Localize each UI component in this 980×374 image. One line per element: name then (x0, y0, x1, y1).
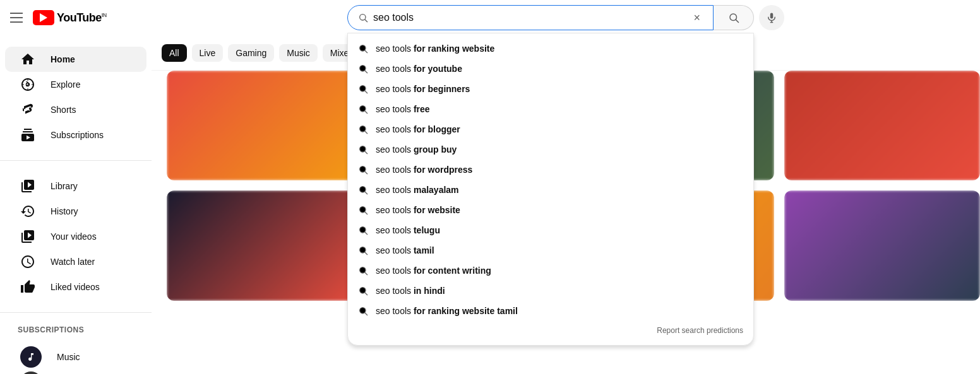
suggestion-5[interactable]: seo tools for blogger (348, 119, 753, 139)
suggestion-search-icon (358, 124, 368, 134)
suggestion-4[interactable]: seo tools free (348, 99, 753, 119)
menu-button[interactable] (10, 13, 23, 23)
svg-line-10 (365, 71, 368, 73)
sidebar-item-library[interactable]: Library (5, 173, 146, 199)
svg-line-26 (365, 232, 368, 235)
sidebar-item-label-home: Home (51, 54, 75, 64)
svg-line-30 (365, 272, 368, 275)
suggestion-text-1: seo tools for ranking website (376, 44, 494, 54)
chip-all[interactable]: All (162, 44, 187, 62)
sidebar-item-explore[interactable]: Explore (5, 72, 146, 97)
sidebar-item-label-watch-later: Watch later (51, 257, 95, 267)
sidebar: Home Explore Shorts (0, 0, 152, 374)
suggestion-9[interactable]: seo tools for website (348, 200, 753, 220)
svg-line-16 (365, 131, 368, 134)
library-icon (20, 178, 35, 194)
sidebar-item-label-your-videos: Your videos (51, 231, 97, 242)
chip-music[interactable]: Music (279, 44, 318, 62)
search-input[interactable] (373, 12, 691, 23)
sidebar-item-history[interactable]: History (5, 199, 146, 224)
report-predictions[interactable]: Report search predictions (348, 321, 753, 340)
watch-later-icon (20, 254, 35, 269)
suggestion-13[interactable]: seo tools in hindi (348, 281, 753, 301)
sidebar-item-shorts[interactable]: Shorts (5, 97, 146, 122)
sidebar-item-label-explore: Explore (51, 79, 80, 90)
suggestion-text-6: seo tools group buy (376, 144, 457, 155)
voice-search-button[interactable] (759, 5, 784, 30)
music-channel-icon (20, 346, 42, 368)
chip-gaming[interactable]: Gaming (228, 44, 274, 62)
clear-button[interactable]: × (691, 9, 703, 27)
video-card-8[interactable] (784, 190, 980, 300)
your-videos-icon (20, 229, 35, 244)
youtube-logo-text: YouTubeIN (57, 11, 107, 25)
sidebar-item-label-liked-videos: Liked videos (51, 282, 100, 292)
chip-live[interactable]: Live (192, 44, 224, 62)
suggestion-text-14: seo tools for ranking website tamil (376, 306, 518, 316)
sidebar-item-subscriptions[interactable]: Subscriptions (5, 122, 146, 148)
suggestion-search-icon (358, 185, 368, 195)
video-card-5[interactable] (167, 190, 362, 300)
sidebar-item-watch-later[interactable]: Watch later (5, 249, 146, 274)
suggestion-search-icon (358, 64, 368, 74)
topbar-center: × (152, 5, 980, 30)
search-container: × (347, 5, 784, 30)
svg-line-12 (365, 91, 368, 93)
suggestion-10[interactable]: seo tools telugu (348, 220, 753, 240)
suggestion-search-icon (358, 225, 368, 235)
suggestion-search-icon (358, 165, 368, 175)
video-card-4[interactable] (784, 71, 980, 180)
sidebar-item-music[interactable]: Music (5, 344, 146, 370)
sidebar-item-label-history: History (51, 206, 78, 216)
suggestion-12[interactable]: seo tools for content writing (348, 260, 753, 281)
country-badge: IN (102, 12, 107, 18)
sidebar-divider-2 (0, 312, 152, 313)
suggestion-14[interactable]: seo tools for ranking website tamil (348, 301, 753, 321)
svg-line-8 (365, 50, 368, 53)
suggestion-search-icon (358, 286, 368, 296)
suggestion-6[interactable]: seo tools group buy (348, 139, 753, 160)
suggestion-11[interactable]: seo tools tamil (348, 240, 753, 260)
suggestion-search-icon (358, 144, 368, 155)
suggestion-search-icon (358, 205, 368, 215)
video-thumb-5 (167, 190, 362, 300)
youtube-logo[interactable]: YouTubeIN (33, 10, 107, 25)
suggestion-text-2: seo tools for youtube (376, 64, 462, 74)
suggestion-text-9: seo tools for website (376, 205, 460, 215)
suggestion-text-11: seo tools tamil (376, 245, 434, 255)
search-submit-button[interactable] (714, 5, 754, 30)
suggestion-text-4: seo tools free (376, 104, 430, 114)
sidebar-item-sports[interactable]: Sports (5, 370, 146, 374)
svg-line-34 (365, 313, 368, 315)
sidebar-item-home[interactable]: Home (5, 47, 146, 72)
suggestion-3[interactable]: seo tools for beginners (348, 79, 753, 99)
suggestion-text-13: seo tools in hindi (376, 286, 445, 296)
suggestion-text-5: seo tools for blogger (376, 124, 460, 134)
subscriptions-icon (20, 127, 35, 143)
sidebar-item-liked-videos[interactable]: Liked videos (5, 274, 146, 300)
video-thumb-8 (784, 190, 980, 300)
suggestion-search-icon (358, 104, 368, 114)
svg-line-3 (736, 20, 738, 22)
suggestion-search-icon (358, 84, 368, 94)
sidebar-item-label-music: Music (57, 352, 80, 362)
topbar: YouTubeIN × (0, 0, 980, 35)
suggestion-search-icon (358, 306, 368, 316)
home-icon (20, 52, 35, 67)
sidebar-item-your-videos[interactable]: Your videos (5, 224, 146, 249)
youtube-logo-icon (33, 10, 54, 25)
suggestion-text-10: seo tools telugu (376, 225, 440, 235)
suggestion-search-icon (358, 266, 368, 276)
suggestion-text-3: seo tools for beginners (376, 84, 470, 94)
suggestion-7[interactable]: seo tools for wordpress (348, 160, 753, 180)
suggestion-text-8: seo tools malayalam (376, 185, 459, 195)
video-card-1[interactable] (167, 71, 362, 180)
svg-line-14 (365, 111, 368, 114)
search-dropdown: seo tools for ranking website seo tools … (347, 33, 754, 346)
liked-videos-icon (20, 279, 35, 295)
sidebar-item-label-library: Library (51, 181, 78, 191)
suggestion-8[interactable]: seo tools malayalam (348, 180, 753, 200)
svg-line-24 (365, 212, 368, 214)
suggestion-1[interactable]: seo tools for ranking website (348, 38, 753, 59)
suggestion-2[interactable]: seo tools for youtube (348, 59, 753, 79)
